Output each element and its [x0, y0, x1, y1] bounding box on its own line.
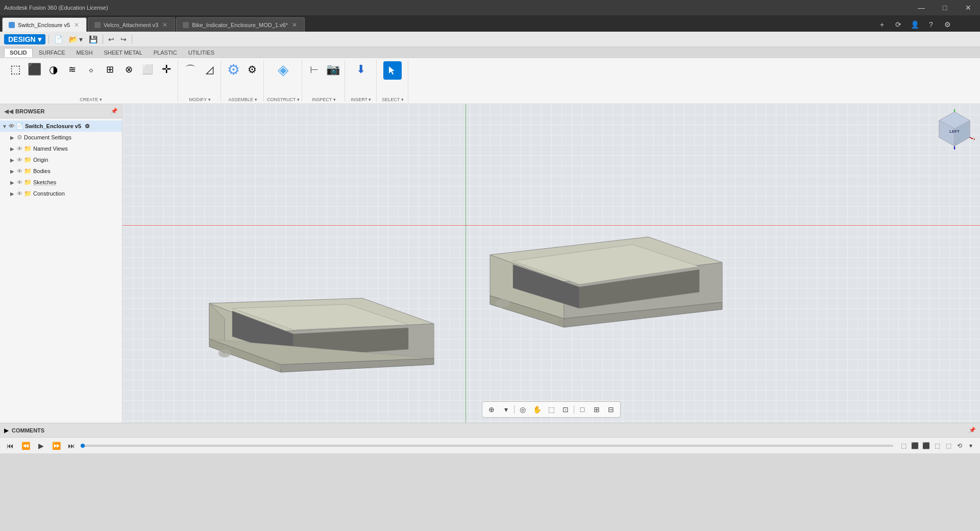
- box-button[interactable]: ⬜: [138, 60, 157, 79]
- chamfer-icon: ◿: [201, 61, 217, 78]
- tab-plastic[interactable]: PLASTIC: [149, 49, 182, 57]
- timeline-tool-4[interactable]: ⬚: [932, 440, 942, 452]
- timeline-tool-5[interactable]: ⬚: [943, 440, 953, 452]
- tab-close-1[interactable]: ✕: [73, 21, 80, 29]
- pan-button[interactable]: ✋: [531, 403, 543, 416]
- playback-prev-button[interactable]: ⏪: [19, 440, 32, 452]
- browser-collapse-button[interactable]: ◀◀: [4, 108, 13, 115]
- inspect-group: ⊢ 📷 INSPECT ▾: [303, 60, 345, 102]
- playback-play-button[interactable]: ▶: [35, 440, 47, 452]
- zoom-window-button[interactable]: ⬚: [545, 403, 557, 416]
- playback-next-button[interactable]: ⏩: [50, 440, 62, 452]
- redo-button[interactable]: ↪: [118, 34, 129, 44]
- svg-point-21: [496, 299, 510, 308]
- toolbar-separator-2: [103, 35, 103, 44]
- root-doc-icon: 📄: [16, 123, 23, 130]
- tab-velcro[interactable]: Velcro_Attachment v3 ✕: [88, 17, 175, 32]
- playback-bar: ⏮ ⏪ ▶ ⏩ ⏭ ⬚ ⬛ ⬛ ⬚ ⬚ ⟲ ▾: [0, 437, 980, 453]
- model-large[interactable]: [490, 237, 722, 327]
- assemble-btn-2[interactable]: ⚙: [243, 60, 261, 79]
- tab-solid[interactable]: SOLID: [4, 48, 33, 57]
- tab-sheet-metal[interactable]: SHEET METAL: [99, 49, 147, 57]
- tab-close-2[interactable]: ✕: [161, 21, 168, 29]
- timeline-settings-button[interactable]: ▾: [966, 440, 976, 452]
- assemble-icon-2: ⚙: [244, 61, 260, 78]
- browser-item-bodies[interactable]: ▶ 👁 📁 Bodies: [0, 165, 122, 177]
- construct-btn-1[interactable]: ◈: [274, 60, 292, 79]
- tab-close-3[interactable]: ✕: [291, 21, 298, 29]
- extrude-button[interactable]: ⬛: [25, 60, 43, 79]
- tab-bike[interactable]: Bike_Indicator_Enclosure_MOD_1.v6* ✕: [176, 17, 305, 32]
- extrude-icon: ⬛: [26, 61, 42, 78]
- design-workspace-button[interactable]: DESIGN ▾: [4, 34, 45, 44]
- account-button[interactable]: 👤: [908, 17, 922, 32]
- browser-item-doc-settings[interactable]: ▶ ⚙ Document Settings: [0, 132, 122, 143]
- playback-first-button[interactable]: ⏮: [4, 440, 16, 452]
- comments-pin-icon: 📌: [969, 427, 976, 433]
- move-button[interactable]: ✛: [157, 60, 176, 79]
- browser-item-construction[interactable]: ▶ 👁 📁 Construction: [0, 188, 122, 199]
- toolbar-separator-3: [132, 35, 132, 44]
- fillet-button[interactable]: ⌒: [181, 60, 200, 79]
- svg-text:Y: Y: [953, 147, 956, 150]
- select-btn-1[interactable]: [382, 60, 403, 81]
- expand-arrow-construction: ▶: [10, 191, 15, 197]
- timeline-tool-3[interactable]: ⬛: [921, 440, 931, 452]
- inspect-ruler-button[interactable]: ⊢: [305, 60, 324, 79]
- refresh-button[interactable]: ⟳: [891, 17, 905, 32]
- view-options-button[interactable]: □: [576, 403, 589, 416]
- playback-last-button[interactable]: ⏭: [65, 440, 78, 452]
- window-controls[interactable]: — □ ✕: [910, 0, 980, 15]
- timeline-handle[interactable]: [81, 444, 85, 448]
- comments-collapse-button[interactable]: ▶: [4, 427, 9, 434]
- orbit-button[interactable]: ◎: [517, 403, 529, 416]
- display-mode-button[interactable]: ⊕: [485, 403, 498, 416]
- tab-icon-2: [94, 22, 101, 28]
- minimize-button[interactable]: —: [910, 0, 933, 15]
- browser-item-sketches[interactable]: ▶ 👁 📁 Sketches: [0, 177, 122, 188]
- viewport[interactable]: LEFT Y X Z ⊕ ▾ ◎ ✋ ⬚ ⊡ □ ⊞ ⊟: [122, 104, 980, 423]
- tab-utilities[interactable]: UTILITIES: [183, 49, 219, 57]
- assemble-btn-1[interactable]: ⚙: [224, 60, 242, 79]
- close-button[interactable]: ✕: [957, 0, 980, 15]
- chamfer-button[interactable]: ◿: [200, 60, 218, 79]
- new-tab-button[interactable]: +: [875, 17, 889, 32]
- zoom-fit-button[interactable]: ⊡: [559, 403, 572, 416]
- model-small[interactable]: [209, 298, 434, 372]
- save-button[interactable]: 💾: [87, 34, 100, 44]
- maximize-button[interactable]: □: [933, 0, 957, 15]
- view-more-button[interactable]: ⊟: [605, 403, 617, 416]
- browser-item-named-views[interactable]: ▶ 👁 📁 Named Views: [0, 143, 122, 154]
- tab-switch-enclosure[interactable]: Switch_Enclosure v5 ✕: [2, 17, 87, 32]
- rib-button[interactable]: ⊞: [101, 60, 119, 79]
- insert-btn-1[interactable]: ⬇: [352, 60, 370, 79]
- browser-item-root[interactable]: ▼ 👁 📄 Switch_Enclosure v5 ⚙: [0, 120, 122, 132]
- sweep-button[interactable]: ≋: [63, 60, 81, 79]
- new-document-button[interactable]: 📄: [52, 34, 65, 44]
- thread-button[interactable]: ⊗: [119, 60, 138, 79]
- bodies-label: Bodies: [33, 168, 51, 174]
- browser-item-origin[interactable]: ▶ 👁 📁 Origin: [0, 154, 122, 165]
- revolve-icon: ◑: [45, 61, 61, 78]
- view-options-2-button[interactable]: ⊞: [591, 403, 603, 416]
- svg-line-30: [970, 137, 973, 139]
- loft-button[interactable]: ⬦: [82, 60, 100, 79]
- revolve-button[interactable]: ◑: [44, 60, 62, 79]
- help-button[interactable]: ?: [924, 17, 938, 32]
- inspect-camera-button[interactable]: 📷: [324, 60, 342, 79]
- display-settings-button[interactable]: ▾: [500, 403, 512, 416]
- expand-arrow-origin: ▶: [10, 157, 15, 163]
- settings-button[interactable]: ⚙: [940, 17, 954, 32]
- construct-group: ◈ CONSTRUCT ▾: [265, 60, 302, 102]
- new-component-button[interactable]: ⬚: [6, 60, 24, 79]
- tab-surface[interactable]: SURFACE: [34, 49, 70, 57]
- undo-button[interactable]: ↩: [106, 34, 116, 44]
- timeline-tool-2[interactable]: ⬛: [910, 440, 920, 452]
- open-button[interactable]: 📂 ▾: [67, 34, 85, 44]
- tab-mesh[interactable]: MESH: [71, 49, 98, 57]
- view-cube[interactable]: LEFT Y X Z: [934, 109, 975, 150]
- timeline-tool-1[interactable]: ⬚: [898, 440, 909, 452]
- timeline-tool-6[interactable]: ⟲: [954, 440, 965, 452]
- timeline-bar[interactable]: [81, 445, 893, 447]
- origin-visibility-icon: 👁: [17, 157, 22, 163]
